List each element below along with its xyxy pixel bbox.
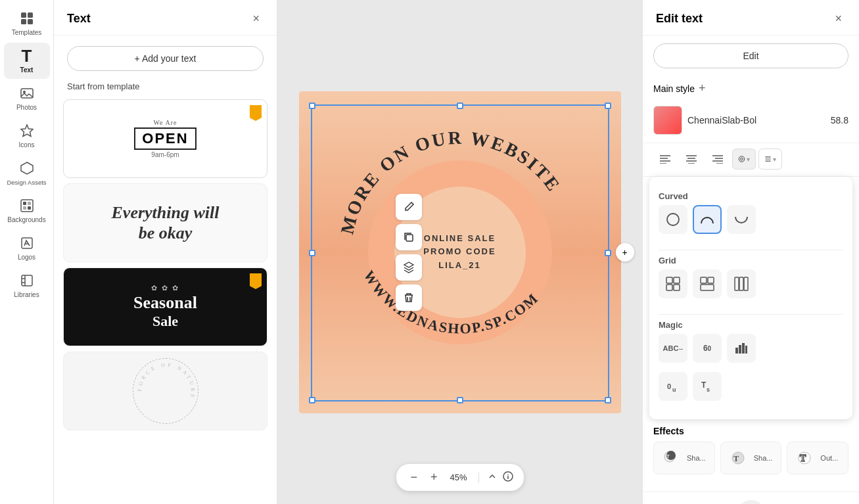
main-style-label: Main style	[653, 83, 695, 94]
sidebar-item-templates[interactable]: Templates	[4, 5, 50, 41]
svg-rect-42	[674, 285, 680, 290]
svg-text:T: T	[701, 380, 707, 390]
svg-rect-47	[739, 277, 743, 290]
libraries-icon	[19, 273, 35, 288]
color-swatch[interactable]	[653, 106, 682, 135]
delete-button[interactable]	[396, 285, 422, 311]
grid-option-2x2[interactable]	[659, 269, 687, 298]
svg-rect-8	[21, 200, 33, 212]
edit-button[interactable]: Edit	[653, 43, 848, 68]
svg-text:T: T	[800, 453, 806, 463]
add-style-button[interactable]: +	[699, 81, 706, 95]
font-name-input[interactable]	[687, 115, 810, 126]
sidebar-item-text[interactable]: T Text	[4, 43, 50, 79]
zoom-in-button[interactable]: +	[427, 469, 442, 486]
curved-option-circle[interactable]	[659, 205, 687, 234]
sidebar-item-backgrounds[interactable]: Backgrounds	[4, 193, 50, 229]
seasonal-sub: Sale	[152, 313, 178, 330]
effect-outline-button[interactable]: T Out...	[787, 442, 848, 474]
alignment-row: ▾ ▾	[643, 143, 859, 177]
curved-options	[659, 205, 843, 234]
close-text-panel-button[interactable]: ×	[248, 11, 264, 27]
curved-section-title: Curved	[659, 191, 843, 201]
svg-rect-10	[28, 202, 31, 205]
svg-rect-13	[22, 238, 32, 248]
svg-rect-49	[735, 348, 738, 354]
sidebar-item-libraries[interactable]: Libraries	[4, 267, 50, 304]
zoom-out-button[interactable]: −	[406, 469, 421, 486]
magic-option-60[interactable]: 60	[693, 334, 722, 363]
svg-rect-39	[666, 277, 672, 283]
grid-option-3col[interactable]	[727, 269, 756, 298]
zoom-fit-button[interactable]	[487, 471, 498, 484]
svg-rect-44	[708, 277, 714, 283]
svg-rect-2	[21, 19, 26, 24]
premium-badge	[250, 105, 262, 121]
magic-option-0u[interactable]: 0u	[659, 372, 687, 401]
font-size-input[interactable]	[816, 115, 848, 126]
svg-text:FORCE OF NATURE: FORCE OF NATURE	[136, 362, 195, 401]
curved-option-arc-up[interactable]	[693, 205, 722, 234]
svg-rect-3	[28, 19, 33, 24]
align-center-button[interactable]	[680, 149, 703, 170]
svg-rect-9	[23, 202, 26, 205]
seasonal-title: Seasonal	[133, 292, 197, 313]
close-right-panel-button[interactable]: ×	[831, 11, 846, 27]
svg-rect-45	[701, 285, 714, 290]
curved-popup: Curved Grid	[649, 177, 852, 419]
right-toolbar	[396, 194, 422, 311]
copy-button[interactable]	[396, 224, 422, 250]
backgrounds-icon	[19, 198, 35, 214]
photos-icon	[19, 85, 35, 101]
script-text: Everything will be okay	[112, 202, 220, 243]
info-button[interactable]	[503, 471, 513, 484]
magic-option-abc[interactable]: ABC---	[659, 334, 687, 363]
sidebar-item-logos[interactable]: Logos	[4, 230, 50, 266]
effect-shadow-icon: T	[661, 447, 682, 469]
effect-shadow-button[interactable]: T Sha...	[653, 442, 715, 474]
svg-point-38	[667, 214, 679, 225]
font-selector	[643, 101, 859, 143]
template-card-seasonal[interactable]: ✿ ✿ ✿ Seasonal Sale	[63, 267, 267, 346]
right-panel-title: Edit text	[656, 12, 703, 26]
effects-title: Effects	[653, 426, 848, 436]
template-card-force[interactable]: FORCE OF NATURE	[63, 352, 267, 430]
svg-rect-43	[701, 277, 707, 283]
magic-option-ts[interactable]: Ts	[693, 372, 722, 401]
edit-pencil-button[interactable]	[396, 194, 422, 220]
curved-option-arc-down[interactable]	[727, 205, 756, 234]
magic-option-chart[interactable]	[727, 334, 756, 363]
grid-option-top2[interactable]	[693, 269, 722, 298]
canvas-container[interactable]: ONLINE SALE PROMO CODE LILA_21 MORE ON O…	[299, 91, 621, 413]
template-section-label: Start from template	[54, 81, 277, 99]
svg-rect-48	[744, 277, 748, 290]
effect-shadow2-button[interactable]: T Sha...	[720, 442, 782, 474]
sidebar-item-photos[interactable]: Photos	[4, 80, 50, 116]
align-left-button[interactable]	[653, 149, 677, 170]
template-card-script[interactable]: Everything will be okay	[63, 183, 267, 262]
svg-rect-51	[742, 343, 745, 354]
text-panel-title: Text	[67, 12, 91, 26]
align-right-button[interactable]	[706, 149, 730, 170]
svg-rect-52	[745, 346, 747, 354]
add-element-button[interactable]: +	[616, 243, 634, 262]
add-text-button[interactable]: + Add your text	[67, 46, 264, 71]
svg-rect-14	[22, 275, 32, 286]
svg-rect-40	[674, 277, 680, 283]
template-card-open[interactable]: We Are OPEN 9am-6pm	[63, 99, 267, 178]
find-new-style-button[interactable]: Find a new style	[643, 492, 859, 504]
find-style-icon	[737, 500, 766, 504]
effect-outline-icon: T	[794, 447, 815, 469]
sidebar-item-design-assets[interactable]: Design Assets	[4, 155, 50, 191]
text-layout-dropdown[interactable]: ▾	[758, 149, 782, 170]
sidebar-item-icons[interactable]: Icons	[4, 118, 50, 154]
effect-shadow2-icon: T	[728, 447, 749, 469]
right-panel-header: Edit text ×	[643, 0, 859, 35]
design-assets-icon	[19, 160, 35, 176]
effects-row: T Sha... T Sha... T Out...	[653, 442, 848, 474]
svg-rect-46	[735, 277, 739, 290]
curved-text-dropdown[interactable]: ▾	[732, 149, 756, 170]
logos-icon	[19, 235, 35, 251]
svg-text:MORE ON OUR WEBSITE: MORE ON OUR WEBSITE	[337, 127, 565, 236]
layers-button[interactable]	[396, 254, 422, 281]
